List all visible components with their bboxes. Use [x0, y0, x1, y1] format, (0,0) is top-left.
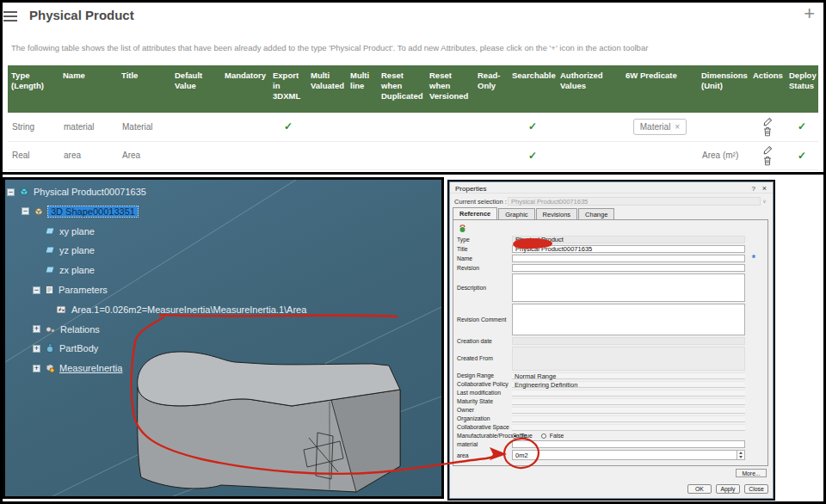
tree-item-partbody[interactable]: +PartBody	[33, 341, 98, 355]
table-cell	[474, 113, 509, 141]
table-row[interactable]: RealareaArea✓Area (m²)✓	[8, 141, 818, 169]
attributes-panel: Physical Product + The following table s…	[3, 3, 823, 175]
expand-icon[interactable]: +	[33, 365, 40, 372]
field-label: Title	[457, 246, 512, 252]
tree-item-label[interactable]: PartBody	[59, 343, 98, 353]
tree-item-label[interactable]: Relations	[60, 324, 100, 335]
screenshot-canvas: Physical Product + The following table s…	[0, 0, 826, 504]
radio-true[interactable]	[512, 433, 517, 439]
tree-item-label[interactable]: Physical Product00071635	[34, 187, 146, 197]
add-attribute-button[interactable]: +	[804, 3, 815, 25]
tree-item-yz-plane[interactable]: yz plane	[33, 243, 95, 257]
field-row-revision-comment: Revision Comment	[457, 304, 764, 335]
plane-icon	[45, 266, 55, 274]
tree-item-3d-shape00013351[interactable]: −3D Shape00013351	[22, 205, 138, 218]
check-icon: ✓	[798, 150, 806, 162]
delete-icon[interactable]	[763, 126, 772, 137]
3d-viewport[interactable]: −Physical Product00071635−3D Shape000133…	[3, 177, 444, 499]
tree-item-label[interactable]: MeasureInertia	[59, 363, 122, 373]
field-row-area: area0m2	[457, 450, 764, 460]
field-revision[interactable]	[512, 264, 745, 272]
column-header: Reset when Duplicated	[378, 65, 426, 113]
expand-icon[interactable]: +	[33, 325, 40, 333]
chip-remove-icon[interactable]: ×	[675, 122, 680, 132]
close-icon[interactable]: ×	[762, 184, 767, 193]
collapse-icon[interactable]: −	[22, 207, 29, 215]
field-label: Description	[457, 285, 512, 291]
tree-item-label[interactable]: Parameters	[59, 285, 108, 295]
field-collaborative-policy: Engineering Definition	[512, 381, 745, 388]
table-cell	[557, 113, 622, 141]
table-cell: Area (m²)	[698, 141, 749, 169]
expand-icon[interactable]: +	[33, 345, 40, 353]
more-button[interactable]: More...	[736, 469, 767, 477]
table-cell	[269, 141, 307, 169]
close-button[interactable]: Close	[744, 484, 768, 494]
collapse-icon[interactable]: −	[7, 188, 15, 196]
tree-item-relations[interactable]: +Relations	[33, 323, 100, 336]
field-material[interactable]	[512, 440, 745, 448]
edit-icon[interactable]	[763, 145, 773, 155]
table-row[interactable]: StringmaterialMaterial✓✓Material×✓	[8, 113, 818, 141]
3d-solid-shape[interactable]	[123, 341, 416, 499]
measure-inertia-icon	[45, 363, 55, 373]
tree-item-measureinertia[interactable]: +MeasureInertia	[33, 361, 122, 375]
tab-change[interactable]: Change	[578, 208, 614, 219]
radio-label: False	[550, 433, 564, 439]
field-row-organization: Organization	[457, 415, 764, 422]
tree-item-label[interactable]: xy plane	[59, 226, 95, 237]
tree-item-label[interactable]: zx plane	[59, 265, 95, 275]
ok-button[interactable]: OK	[687, 484, 712, 494]
field-name[interactable]	[512, 255, 745, 262]
field-description[interactable]	[512, 274, 745, 302]
column-header: Searchable	[509, 65, 557, 113]
tree-item-label[interactable]: 3D Shape00013351	[48, 206, 138, 217]
help-icon[interactable]: ?	[752, 185, 755, 193]
field-label: Revision	[457, 265, 512, 271]
radio-false[interactable]	[541, 433, 546, 439]
table-cell	[378, 141, 426, 169]
selection-dropdown-icon[interactable]: ∨	[761, 197, 768, 206]
field-row-title: TitlePhysical Product00071635	[457, 245, 764, 253]
reference-tab-content: TypePhysical ProductTitlePhysical Produc…	[453, 219, 768, 466]
field-label: Last modification	[457, 390, 512, 396]
apply-button[interactable]: Apply	[716, 484, 740, 494]
table-cell	[378, 113, 426, 141]
tree-item-physical-product00071635[interactable]: −Physical Product00071635	[7, 185, 146, 199]
tree-item-area-1-0-026m2-measureinerti[interactable]: Area.1=0.026m2=MeasureInertia\MeasureIne…	[44, 303, 306, 317]
tree-item-label[interactable]: yz plane	[59, 245, 95, 255]
current-selection-value: Physical Product00071635	[508, 197, 761, 206]
current-selection-label: Current selection :	[454, 198, 508, 206]
field-area[interactable]: 0m2	[512, 450, 745, 460]
predicate-chip[interactable]: Material×	[633, 119, 687, 135]
table-cell	[171, 141, 221, 169]
delete-icon[interactable]	[763, 156, 772, 166]
menu-icon[interactable]	[3, 11, 17, 23]
tree-item-zx-plane[interactable]: zx plane	[33, 263, 95, 277]
spin-down-icon[interactable]	[737, 455, 744, 459]
tab-reference[interactable]: Reference	[453, 207, 497, 220]
field-title[interactable]: Physical Product00071635	[512, 245, 745, 253]
tree-item-xy-plane[interactable]: xy plane	[33, 224, 95, 238]
dialog-titlebar[interactable]: Properties ? ×	[450, 182, 773, 194]
spinner-buttons[interactable]	[737, 451, 744, 459]
tab-graphic[interactable]: Graphic	[498, 208, 534, 219]
table-cell	[221, 113, 269, 141]
field-row-maturity-state: Maturity State	[457, 398, 764, 405]
table-cell	[307, 113, 347, 141]
tree-item-parameters[interactable]: −Parameters	[33, 283, 108, 297]
table-cell	[171, 113, 221, 141]
collapse-icon[interactable]: −	[33, 286, 40, 294]
partbody-icon	[45, 343, 55, 353]
table-cell: area	[59, 141, 118, 169]
table-cell	[749, 113, 786, 141]
field-row-type: TypePhysical Product	[457, 236, 764, 243]
field-row-description: Description	[457, 274, 764, 302]
parameters-icon	[45, 285, 54, 295]
column-header: Default Value	[171, 65, 221, 113]
tab-revisions[interactable]: Revisions	[536, 208, 578, 219]
edit-icon[interactable]	[763, 117, 773, 126]
field-revision-comment[interactable]	[512, 304, 745, 335]
tree-item-label[interactable]: Area.1=0.026m2=MeasureInertia\MeasureIne…	[71, 304, 306, 315]
field-label: Organization	[457, 415, 512, 421]
